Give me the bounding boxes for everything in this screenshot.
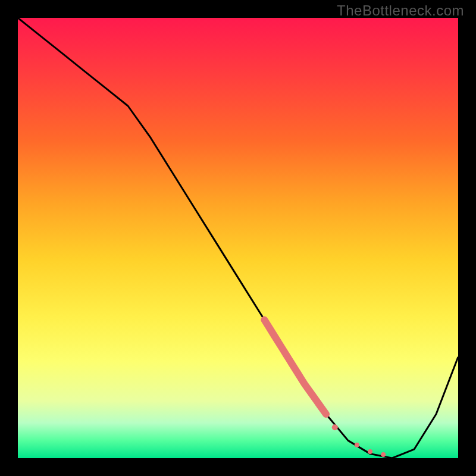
- watermark-text: TheBottleneck.com: [337, 2, 464, 19]
- chart-frame: TheBottleneck.com: [0, 0, 476, 476]
- highlight-segment: [264, 320, 326, 414]
- chart-svg: [18, 18, 458, 458]
- highlight-dots: [332, 424, 386, 457]
- highlight-dot: [332, 424, 338, 430]
- highlight-dot: [355, 443, 359, 447]
- highlight-dot: [381, 452, 386, 457]
- highlight-dot: [368, 449, 372, 454]
- bottleneck-curve: [18, 18, 458, 458]
- plot-area: [18, 18, 458, 458]
